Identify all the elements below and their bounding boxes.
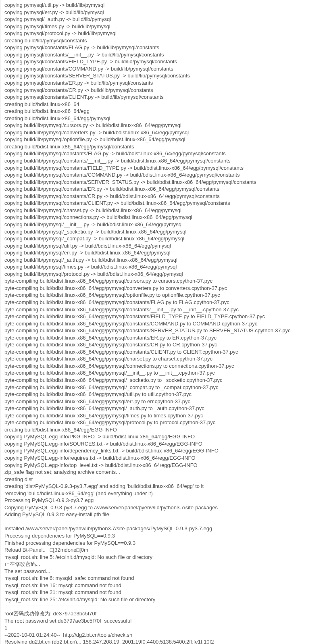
terminal-line: copying build/lib/pymysql/constants/CR.p… [4,193,323,200]
terminal-line: mysql_root.sh: line 6: mysqld_safe: comm… [4,575,323,582]
terminal-line: copying build/lib/pymysql/constants/ER.p… [4,185,323,193]
terminal-line: creating build/lib/pymysql/constants [4,37,323,44]
terminal-line: copying build/lib/pymysql/constants/FIEL… [4,165,323,172]
terminal-line: byte-compiling build/bdist.linux-x86_64/… [4,299,323,306]
terminal-line: zip_safe flag not set; analyzing archive… [4,469,323,476]
terminal-line [4,518,323,525]
terminal-line: mysql_root.sh: line 5: /etc/init.d/mysql… [4,554,323,561]
terminal-line: copying build/lib/pymysql/times.py -> bu… [4,263,323,271]
terminal-line: copying pymysql/constants/CLIENT.py -> b… [4,94,323,101]
terminal-line: byte-compiling build/bdist.linux-x86_64/… [4,412,323,419]
terminal-line: copying pymysql/times.py -> build/lib/py… [4,23,323,30]
terminal-line: byte-compiling build/bdist.linux-x86_64/… [4,369,323,377]
terminal-line: copying pymysql/constants/FIELD_TYPE.py … [4,58,323,65]
terminal-line: byte-compiling build/bdist.linux-x86_64/… [4,334,323,342]
terminal-line: copying build/lib/pymysql/constants/FLAG… [4,150,323,157]
terminal-output: copying pymysql/util.py -> build/lib/pym… [4,2,323,644]
terminal-line: copying PyMySQL.egg-info/top_level.txt -… [4,462,323,469]
terminal-line: byte-compiling build/bdist.linux-x86_64/… [4,419,323,426]
terminal-line: byte-compiling build/bdist.linux-x86_64/… [4,292,323,299]
terminal-line: byte-compiling build/bdist.linux-x86_64/… [4,327,323,334]
terminal-line: copying build/lib/pymysql/_compat.py -> … [4,235,323,242]
terminal-line: Reload Bt-Panel.. □[32mdone□[0m [4,546,323,554]
terminal-line: Installed /www/server/panel/pyenv/lib/py… [4,525,323,532]
terminal-line: copying pymysql/constants/ER.py -> build… [4,79,323,87]
terminal-line: mysql_root.sh: line 21: mysql: command n… [4,589,323,596]
terminal-line: ========================================… [4,603,323,610]
terminal-line: creating 'dist/PyMySQL-0.9.3-py3.7.egg' … [4,483,323,490]
terminal-line: creating dist [4,476,323,483]
terminal-line: byte-compiling build/bdist.linux-x86_64/… [4,391,323,398]
terminal-line: Resolving dg2.bt.cn (dg2.bt.cn)... 158.2… [4,638,323,644]
terminal-line: Finished processing dependencies for PyM… [4,540,323,547]
terminal-line: mysql_root.sh: line 16: mysql: command n… [4,582,323,589]
terminal-line: byte-compiling build/bdist.linux-x86_64/… [4,384,323,391]
terminal-line: byte-compiling build/bdist.linux-x86_64/… [4,320,323,327]
terminal-line: copying PyMySQL.egg-info/SOURCES.txt -> … [4,440,323,448]
terminal-line: creating build/bdist.linux-x86_64/egg/py… [4,143,323,150]
terminal-line: byte-compiling build/bdist.linux-x86_64/… [4,313,323,320]
terminal-line: 1 [4,624,323,631]
terminal-line: copying pymysql/_auth.py -> build/lib/py… [4,16,323,23]
terminal-line: byte-compiling build/bdist.linux-x86_64/… [4,341,323,348]
terminal-line: byte-compiling build/bdist.linux-x86_64/… [4,348,323,356]
terminal-line: copying pymysql/protocol.py -> build/lib… [4,30,323,37]
terminal-line: copying build/lib/pymysql/util.py -> bui… [4,242,323,250]
terminal-line: copying build/lib/pymysql/constants/COMM… [4,171,323,179]
terminal-line: The set password... [4,568,323,575]
terminal-line: byte-compiling build/bdist.linux-x86_64/… [4,277,323,285]
terminal-line: --2020-10-01 01:24:40-- http://dg2.bt.cn… [4,631,323,639]
terminal-line: copying build/lib/pymysql/connections.py… [4,214,323,221]
terminal-line: copying PyMySQL.egg-info/dependency_link… [4,447,323,454]
terminal-line: copying build/lib/pymysql/constants/CLIE… [4,200,323,207]
terminal-line: copying pymysql/constants/COMMAND.py -> … [4,65,323,73]
terminal-line: copying build/lib/pymysql/converters.py … [4,129,323,136]
terminal-line: copying pymysql/constants/CR.py -> build… [4,87,323,94]
terminal-line: copying pymysql/util.py -> build/lib/pym… [4,2,323,9]
terminal-line: copying build/lib/pymysql/cursors.py -> … [4,122,323,129]
terminal-line: copying build/lib/pymysql/_socketio.py -… [4,228,323,236]
terminal-line: copying build/lib/pymysql/_auth.py -> bu… [4,256,323,264]
terminal-line: copying build/lib/pymysql/constants/SERV… [4,179,323,186]
terminal-line: mysql_root.sh: line 25: /etc/init.d/mysq… [4,596,323,603]
terminal-line: copying build/lib/pymysql/__init__.py ->… [4,221,323,228]
terminal-line: Processing dependencies for PyMySQL==0.9… [4,532,323,540]
terminal-line: byte-compiling build/bdist.linux-x86_64/… [4,355,323,363]
terminal-line: Copying PyMySQL-0.9.3-py3.7.egg to /www/… [4,504,323,511]
terminal-line: creating build/bdist.linux-x86_64/egg/EG… [4,426,323,434]
terminal-line: Adding PyMySQL 0.9.3 to easy-install.pth… [4,511,323,518]
terminal-line: 正在修改密码... [4,561,323,568]
terminal-line: root密码成功修改为: de3797ae3bc5f70f [4,610,323,617]
terminal-line: copying PyMySQL.egg-info/PKG-INFO -> bui… [4,433,323,440]
terminal-line: byte-compiling build/bdist.linux-x86_64/… [4,363,323,370]
terminal-line: creating build/bdist.linux-x86_64 [4,101,323,108]
terminal-line: copying build/lib/pymysql/protocol.py ->… [4,271,323,278]
terminal-line: byte-compiling build/bdist.linux-x86_64/… [4,285,323,292]
terminal-line: byte-compiling build/bdist.linux-x86_64/… [4,405,323,412]
terminal-line: copying pymysql/err.py -> build/lib/pymy… [4,9,323,16]
terminal-line: removing 'build/bdist.linux-x86_64/egg' … [4,490,323,497]
terminal-line: creating build/bdist.linux-x86_64/egg [4,108,323,115]
terminal-line: The root password set de3797ae3bc5f70f s… [4,617,323,625]
terminal-line: byte-compiling build/bdist.linux-x86_64/… [4,306,323,313]
terminal-line: copying build/lib/pymysql/err.py -> buil… [4,249,323,256]
terminal-line: byte-compiling build/bdist.linux-x86_64/… [4,377,323,384]
terminal-line: byte-compiling build/bdist.linux-x86_64/… [4,398,323,405]
terminal-line: copying pymysql/constants/FLAG.py -> bui… [4,44,323,51]
terminal-line: copying PyMySQL.egg-info/requires.txt ->… [4,454,323,462]
terminal-line: copying build/lib/pymysql/optionfile.py … [4,136,323,143]
terminal-line: copying pymysql/constants/__init__.py ->… [4,51,323,58]
terminal-line: copying build/lib/pymysql/charset.py -> … [4,207,323,214]
terminal-line: Processing PyMySQL-0.9.3-py3.7.egg [4,497,323,504]
terminal-line: creating build/bdist.linux-x86_64/egg/py… [4,115,323,122]
terminal-line: copying build/lib/pymysql/constants/__in… [4,157,323,165]
terminal-line: copying pymysql/constants/SERVER_STATUS.… [4,72,323,79]
